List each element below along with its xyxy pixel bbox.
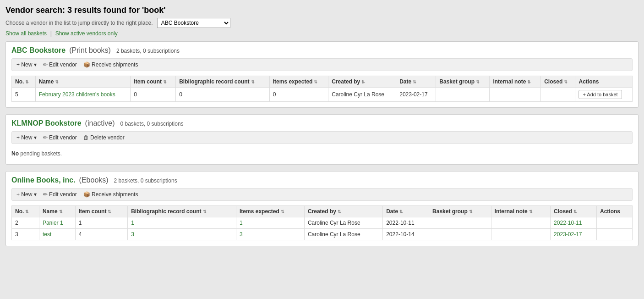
- cell-items-expected: 0: [269, 88, 328, 102]
- toolbar-klmnop-bookstore: + New ▾✏ Edit vendor🗑 Delete vendor: [11, 131, 633, 144]
- cell-no.: 2: [12, 217, 39, 229]
- col-header-name: Name⇅: [35, 76, 131, 88]
- sort-icon[interactable]: ⇅: [281, 210, 284, 214]
- cell-basket-group: [429, 229, 491, 240]
- col-header-actions: Actions: [596, 206, 632, 217]
- delete-vendor-button-klmnop-bookstore[interactable]: 🗑 Delete vendor: [83, 134, 125, 141]
- cell-link[interactable]: test: [43, 231, 51, 238]
- col-header-closed: Closed⇅: [551, 206, 597, 217]
- table-row: 5February 2023 children's books000Caroli…: [12, 88, 633, 102]
- toolbar-abc-bookstore: + New ▾✏ Edit vendor📦 Receive shipments: [11, 58, 633, 71]
- baskets-table-abc-bookstore: No.⇅Name⇅Item count⇅Bibliographic record…: [11, 76, 633, 102]
- cell-internal-note: [491, 229, 550, 240]
- sort-icon[interactable]: ⇅: [108, 210, 111, 214]
- sort-icon[interactable]: ⇅: [59, 210, 63, 214]
- cell-actions: + Add to basket: [575, 88, 633, 102]
- sort-icon[interactable]: ⇅: [55, 80, 59, 84]
- cell-link[interactable]: 3: [131, 231, 134, 238]
- vendors-container: ABC Bookstore (Print books)2 baskets, 0 …: [5, 41, 639, 246]
- sort-icon[interactable]: ⇅: [203, 210, 207, 214]
- subtitle-text: Choose a vendor in the list to jump dire…: [5, 20, 153, 26]
- vendor-name-klmnop-bookstore: KLMNOP Bookstore: [11, 119, 82, 127]
- sort-icon[interactable]: ⇅: [476, 80, 480, 84]
- cell-name: February 2023 children's books: [35, 88, 131, 102]
- vendor-stats-abc-bookstore: 2 baskets, 0 subscriptions: [116, 48, 180, 54]
- sort-icon[interactable]: ⇅: [527, 80, 531, 84]
- col-header-basket-group: Basket group⇅: [436, 76, 490, 88]
- cell-basket-group: [429, 217, 491, 229]
- table-row: 3test433Caroline Cyr La Rose2022-10-1420…: [12, 229, 633, 240]
- links-row: Show all baskets | Show active vendors o…: [5, 30, 639, 37]
- sort-icon[interactable]: ⇅: [25, 210, 29, 214]
- vendor-name-abc-bookstore: ABC Bookstore: [11, 46, 65, 55]
- cell-bibliographic-record-count: 1: [128, 217, 236, 229]
- new-button-abc-bookstore[interactable]: + New ▾: [16, 61, 37, 68]
- vendor-stats-klmnop-bookstore: 0 baskets, 0 subscriptions: [120, 121, 184, 127]
- sort-icon[interactable]: ⇅: [338, 210, 341, 214]
- cell-date: 2022-10-11: [383, 217, 429, 229]
- vendor-header-online-books: Online Books, inc. (Ebooks)2 baskets, 0 …: [11, 176, 633, 184]
- show-active-vendors-link[interactable]: Show active vendors only: [55, 30, 118, 37]
- cell-items-expected: 3: [236, 229, 305, 240]
- receive-shipments-button-online-books[interactable]: 📦 Receive shipments: [83, 191, 138, 198]
- cell-closed: [541, 88, 575, 102]
- col-header-date: Date⇅: [396, 76, 436, 88]
- sort-icon[interactable]: ⇅: [573, 210, 577, 214]
- cell-link[interactable]: February 2023 children's books: [39, 91, 115, 98]
- sort-icon[interactable]: ⇅: [251, 80, 255, 84]
- sort-icon[interactable]: ⇅: [564, 80, 568, 84]
- vendor-section-klmnop-bookstore: KLMNOP Bookstore (inactive)0 baskets, 0 …: [5, 114, 639, 165]
- toolbar-online-books: + New ▾✏ Edit vendor📦 Receive shipments: [11, 188, 633, 201]
- sort-icon[interactable]: ⇅: [413, 80, 416, 84]
- col-header-internal-note: Internal note⇅: [491, 206, 550, 217]
- cell-item-count: 1: [75, 217, 127, 229]
- edit-vendor-button-online-books[interactable]: ✏ Edit vendor: [43, 191, 77, 198]
- cell-created-by: Caroline Cyr La Rose: [304, 217, 382, 229]
- vendor-section-online-books: Online Books, inc. (Ebooks)2 baskets, 0 …: [5, 171, 639, 246]
- vendor-header-abc-bookstore: ABC Bookstore (Print books)2 baskets, 0 …: [11, 46, 633, 55]
- sort-icon[interactable]: ⇅: [469, 210, 473, 214]
- add-to-basket-button[interactable]: + Add to basket: [579, 90, 622, 99]
- cell-created-by: Caroline Cyr La Rose: [304, 229, 382, 240]
- cell-actions: [596, 217, 632, 229]
- cell-bibliographic-record-count: 3: [128, 229, 236, 240]
- new-button-online-books[interactable]: + New ▾: [16, 191, 37, 198]
- col-header-closed: Closed⇅: [541, 76, 575, 88]
- cell-items-expected: 1: [236, 217, 305, 229]
- vendor-select[interactable]: ABC Bookstore KLMNOP Bookstore Online Bo…: [157, 18, 230, 28]
- col-header-internal-note: Internal note⇅: [490, 76, 541, 88]
- sort-icon[interactable]: ⇅: [399, 210, 403, 214]
- col-header-actions: Actions: [575, 76, 633, 88]
- col-header-bibliographic-record-count: Bibliographic record count⇅: [176, 76, 270, 88]
- sort-icon[interactable]: ⇅: [529, 210, 533, 214]
- edit-vendor-button-abc-bookstore[interactable]: ✏ Edit vendor: [43, 61, 77, 68]
- sort-icon[interactable]: ⇅: [361, 80, 365, 84]
- col-header-item-count: Item count⇅: [75, 206, 127, 217]
- vendor-header-klmnop-bookstore: KLMNOP Bookstore (inactive)0 baskets, 0 …: [11, 119, 633, 127]
- subtitle-row: Choose a vendor in the list to jump dire…: [5, 18, 639, 28]
- cell-link[interactable]: 1: [240, 220, 243, 226]
- cell-actions: [596, 229, 632, 240]
- vendor-type-klmnop-bookstore: (inactive): [85, 119, 115, 127]
- cell-link[interactable]: 1: [131, 220, 134, 226]
- sort-icon[interactable]: ⇅: [314, 80, 317, 84]
- edit-vendor-button-klmnop-bookstore[interactable]: ✏ Edit vendor: [43, 134, 77, 141]
- new-button-klmnop-bookstore[interactable]: + New ▾: [16, 134, 37, 141]
- cell-name: Panier 1: [39, 217, 75, 229]
- cell-link[interactable]: Panier 1: [43, 220, 63, 226]
- cell-item-count: 0: [131, 88, 176, 102]
- cell-link[interactable]: 2022-10-11: [554, 220, 582, 226]
- cell-link[interactable]: 3: [240, 231, 243, 238]
- col-header-no.: No.⇅: [12, 206, 39, 217]
- cell-closed: 2023-02-17: [551, 229, 597, 240]
- link-separator: |: [50, 30, 52, 37]
- sort-icon[interactable]: ⇅: [163, 80, 167, 84]
- cell-link[interactable]: 2023-02-17: [554, 231, 582, 238]
- show-all-baskets-link[interactable]: Show all baskets: [5, 30, 47, 37]
- sort-icon[interactable]: ⇅: [25, 80, 29, 84]
- cell-name: test: [39, 229, 75, 240]
- receive-shipments-button-abc-bookstore[interactable]: 📦 Receive shipments: [83, 61, 138, 68]
- vendor-type-online-books: (Ebooks): [79, 176, 109, 184]
- table-row: 2Panier 1111Caroline Cyr La Rose2022-10-…: [12, 217, 633, 229]
- col-header-items-expected: Items expected⇅: [269, 76, 328, 88]
